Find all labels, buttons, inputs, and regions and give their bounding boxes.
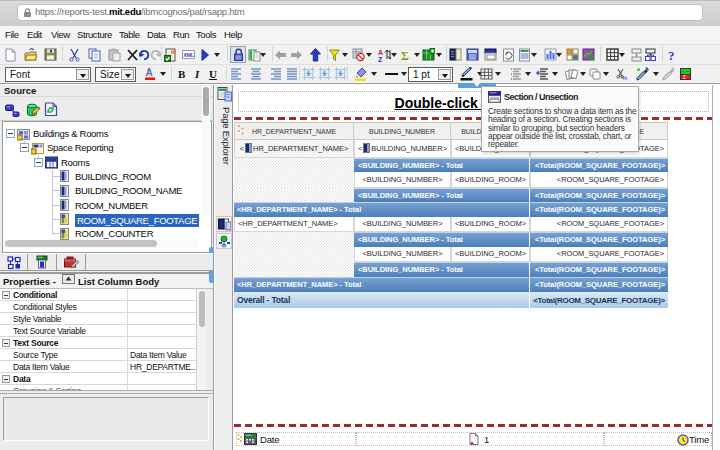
svg-text:A: A xyxy=(146,67,153,78)
svg-text:%: % xyxy=(622,75,628,81)
svg-text:Z: Z xyxy=(683,75,686,80)
svg-text:A: A xyxy=(378,49,383,56)
svg-text:XML: XML xyxy=(183,52,195,58)
svg-text:Z: Z xyxy=(378,56,383,63)
svg-text:Σ: Σ xyxy=(401,49,409,63)
svg-text:?: ? xyxy=(668,48,675,62)
